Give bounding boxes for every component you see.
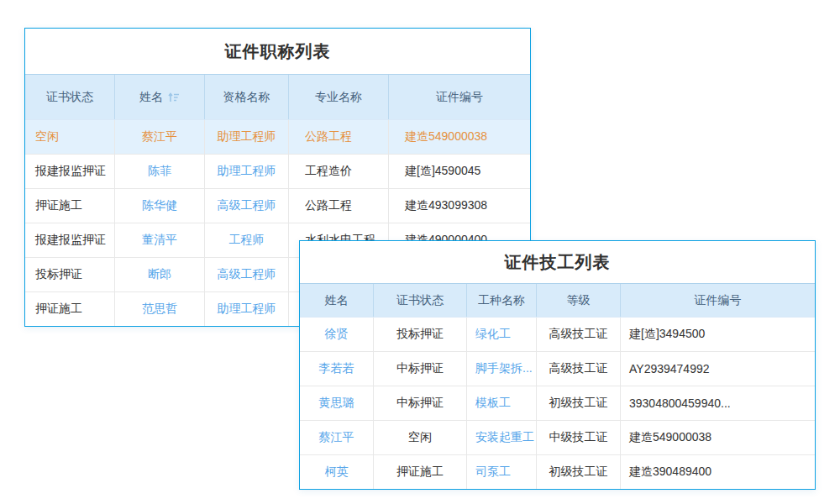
table-cell-status: 中标押证 xyxy=(374,352,467,386)
table-cell-name[interactable]: 蔡江平 xyxy=(300,421,374,454)
table-cell-qualification[interactable]: 高级工程师 xyxy=(205,189,289,223)
table-cell-status: 押证施工 xyxy=(25,292,115,326)
table-cell-name[interactable]: 黄思璐 xyxy=(300,386,374,420)
table-row[interactable]: 报建报监押证陈菲助理工程师工程造价建[造]4590045 xyxy=(25,155,530,189)
column-header-name[interactable]: 姓名 xyxy=(115,75,205,119)
table-row[interactable]: 李若若中标押证脚手架拆...高级技工证AY2939474992 xyxy=(300,352,815,386)
table-row[interactable]: 徐贤投标押证绿化工高级技工证建[造]3494500 xyxy=(300,318,815,352)
table-cell-qualification[interactable]: 高级工程师 xyxy=(205,258,289,291)
table-cell-name[interactable]: 徐贤 xyxy=(300,318,374,351)
table-cell-status: 报建报监押证 xyxy=(25,223,115,257)
table-cell-status: 押证施工 xyxy=(25,189,115,223)
table-cell-qualification[interactable]: 助理工程师 xyxy=(205,155,289,188)
table-cell-cert_no: 39304800459940... xyxy=(621,386,815,420)
column-header-name: 姓名 xyxy=(300,284,374,317)
table-cell-name[interactable]: 蔡江平 xyxy=(115,120,205,154)
table-cell-name[interactable]: 断郎 xyxy=(115,258,205,291)
table-cell-work_type[interactable]: 安装起重工 xyxy=(467,421,537,454)
table-cell-cert_no: 建造493099308 xyxy=(389,189,530,223)
title-table-heading: 证件职称列表 xyxy=(25,29,530,74)
column-header-qualification: 资格名称 xyxy=(205,75,289,119)
table-cell-level: 高级技工证 xyxy=(537,318,621,351)
column-header-cert-status: 证书状态 xyxy=(374,284,467,317)
column-header-cert-status: 证书状态 xyxy=(25,75,115,119)
table-cell-status: 投标押证 xyxy=(374,318,467,351)
table-row[interactable]: 蔡江平空闲安装起重工中级技工证建造549000038 xyxy=(300,421,815,455)
table-cell-qualification[interactable]: 助理工程师 xyxy=(205,292,289,326)
column-header-level: 等级 xyxy=(537,284,621,317)
table-row[interactable]: 押证施工陈华健高级工程师公路工程建造493099308 xyxy=(25,189,530,223)
worker-table-header-row: 姓名 证书状态 工种名称 等级 证件编号 xyxy=(300,283,815,318)
table-cell-name[interactable]: 柯英 xyxy=(300,455,374,489)
worker-table: 证件技工列表 姓名 证书状态 工种名称 等级 证件编号 徐贤投标押证绿化工高级技… xyxy=(299,240,816,490)
table-cell-name[interactable]: 董清平 xyxy=(115,223,205,257)
table-cell-major: 公路工程 xyxy=(289,189,389,223)
table-cell-level: 中级技工证 xyxy=(537,421,621,454)
table-cell-status: 投标押证 xyxy=(25,258,115,291)
table-cell-cert_no: AY2939474992 xyxy=(621,352,815,386)
table-cell-major: 公路工程 xyxy=(289,120,389,154)
table-cell-qualification[interactable]: 助理工程师 xyxy=(205,120,289,154)
table-cell-work_type[interactable]: 模板工 xyxy=(467,386,537,420)
column-header-cert-no: 证件编号 xyxy=(621,284,815,317)
page-canvas: 证件职称列表 证书状态 姓名 资格名称 专业名称 证件编号 空闲蔡江平助 xyxy=(0,0,840,504)
table-cell-status: 中标押证 xyxy=(374,386,467,420)
table-cell-cert_no: 建造549000038 xyxy=(389,120,530,154)
table-cell-cert_no: 建造390489400 xyxy=(621,455,815,489)
table-cell-cert_no: 建造549000038 xyxy=(621,421,815,454)
column-header-major: 专业名称 xyxy=(289,75,389,119)
table-cell-status: 空闲 xyxy=(25,120,115,154)
table-cell-qualification[interactable]: 工程师 xyxy=(205,223,289,257)
table-cell-cert_no: 建[造]3494500 xyxy=(621,318,815,351)
table-row[interactable]: 柯英押证施工司泵工初级技工证建造390489400 xyxy=(300,455,815,489)
table-cell-name[interactable]: 陈菲 xyxy=(115,155,205,188)
sort-icon[interactable] xyxy=(168,92,180,102)
table-cell-work_type[interactable]: 脚手架拆... xyxy=(467,352,537,386)
table-cell-status: 空闲 xyxy=(374,421,467,454)
table-cell-work_type[interactable]: 司泵工 xyxy=(467,455,537,489)
table-cell-name[interactable]: 李若若 xyxy=(300,352,374,386)
worker-table-body: 徐贤投标押证绿化工高级技工证建[造]3494500李若若中标押证脚手架拆...高… xyxy=(300,318,815,489)
table-cell-work_type[interactable]: 绿化工 xyxy=(467,318,537,351)
table-cell-status: 押证施工 xyxy=(374,455,467,489)
title-table-header-row: 证书状态 姓名 资格名称 专业名称 证件编号 xyxy=(25,74,530,120)
table-cell-cert_no: 建[造]4590045 xyxy=(389,155,530,188)
table-cell-name[interactable]: 陈华健 xyxy=(115,189,205,223)
table-row[interactable]: 空闲蔡江平助理工程师公路工程建造549000038 xyxy=(25,120,530,155)
column-header-cert-no: 证件编号 xyxy=(389,75,530,119)
table-row[interactable]: 黄思璐中标押证模板工初级技工证39304800459940... xyxy=(300,386,815,421)
table-cell-level: 初级技工证 xyxy=(537,386,621,420)
table-cell-level: 初级技工证 xyxy=(537,455,621,489)
table-cell-status: 报建报监押证 xyxy=(25,155,115,188)
column-header-work-type: 工种名称 xyxy=(467,284,537,317)
table-cell-level: 高级技工证 xyxy=(537,352,621,386)
table-cell-major: 工程造价 xyxy=(289,155,389,188)
table-cell-name[interactable]: 范思哲 xyxy=(115,292,205,326)
worker-table-heading: 证件技工列表 xyxy=(300,241,815,283)
